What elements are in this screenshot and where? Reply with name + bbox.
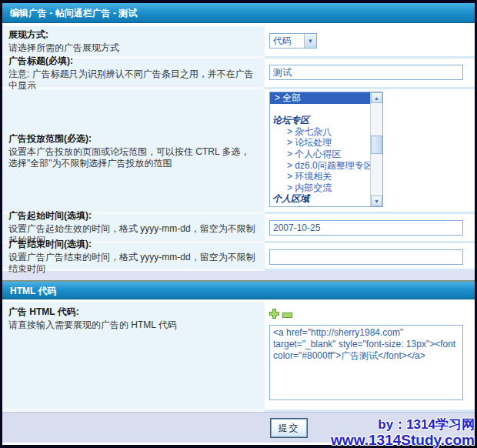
start-time-input[interactable] xyxy=(269,220,463,236)
plus-icon[interactable] xyxy=(269,309,279,321)
label-cell-end-time: 广告结束时间(选填): 设置广告广告结束的时间，格式 yyyy-mm-dd，留空… xyxy=(2,243,265,271)
scope-listbox[interactable]: > 全部 论坛专区 > 杂七杂八 > 论坛处理 > 个人心得区 > dz6 xyxy=(269,92,383,207)
field-label: 广告投放范围(必选): xyxy=(8,132,259,145)
label-cell-ad-scope: 广告投放范围(必选): 设置本广告投放的页面或论坛范围，可以按住 CTRL 多选… xyxy=(2,89,265,214)
list-item[interactable]: > 环境相关 xyxy=(270,171,370,182)
row-html-code: 广告 HTML 代码: 请直接输入需要展现的广告的 HTML 代码 xyxy=(2,302,475,412)
html-code-textarea[interactable]: <a href="http://sherry1984.com" target="… xyxy=(269,325,463,400)
field-label: 展现方式: xyxy=(8,28,259,41)
input-cell-start-time xyxy=(265,214,475,243)
scroll-down-icon[interactable]: ▼ xyxy=(371,196,382,206)
ad-title-input[interactable] xyxy=(269,65,463,80)
field-label: 广告 HTML 代码: xyxy=(8,306,259,318)
row-ad-title: 广告标题(必填): 注意: 广告标题只为识别辨认不同广告条目之用，并不在广告中显… xyxy=(2,59,475,89)
field-description: 设置广告广告结束的时间，格式 yyyy-mm-dd，留空为不限制结束时间 xyxy=(8,252,259,275)
list-item[interactable]: 论坛专区 xyxy=(270,115,370,126)
field-description: 设置本广告投放的页面或论坛范围，可以按住 CTRL 多选，选择"全部"为不限制选… xyxy=(8,146,259,169)
row-end-time: 广告结束时间(选填): 设置广告广告结束的时间，格式 yyyy-mm-dd，留空… xyxy=(2,243,475,271)
scrollbar-thumb[interactable] xyxy=(371,135,382,154)
list-item[interactable]: > 个人心得区 xyxy=(270,149,370,160)
scroll-up-icon[interactable]: ▲ xyxy=(371,92,382,103)
watermark-line2: www.1314Study.com xyxy=(331,433,475,448)
scrollbar[interactable]: ▲ ▼ xyxy=(370,92,382,206)
end-time-input[interactable] xyxy=(269,249,463,265)
row-ad-scope: 广告投放范围(必选): 设置本广告投放的页面或论坛范围，可以按住 CTRL 多选… xyxy=(2,89,475,214)
watermark: by：1314学习网 www.1314Study.com xyxy=(331,417,475,448)
frame-border-top xyxy=(0,0,477,3)
list-item[interactable] xyxy=(270,104,370,115)
watermark-line1: by：1314学习网 xyxy=(331,417,475,433)
field-label: 广告标题(必填): xyxy=(8,55,259,67)
input-cell-ad-scope: > 全部 论坛专区 > 杂七杂八 > 论坛处理 > 个人心得区 > dz6 xyxy=(265,89,475,214)
list-item[interactable]: > dz6.0问题整理专区 xyxy=(270,160,370,172)
label-cell-ad-title: 广告标题(必填): 注意: 广告标题只为识别辨认不同广告条目之用，并不在广告中显… xyxy=(2,59,265,89)
list-item[interactable]: > 杂七杂八 xyxy=(270,126,370,138)
field-description: 注意: 广告标题只为识别辨认不同广告条目之用，并不在广告中显示 xyxy=(8,69,259,92)
field-label: 广告结束时间(选填): xyxy=(8,238,259,250)
submit-button[interactable]: 提交 xyxy=(271,419,307,437)
input-cell-html-code: <a href="http://sherry1984.com" target="… xyxy=(265,302,475,412)
code-block-controls xyxy=(269,309,475,320)
display-mode-select[interactable]: 代码 ▼ xyxy=(269,33,317,48)
list-item[interactable]: > 内部交流 xyxy=(270,182,370,194)
list-item[interactable]: > 水安区 xyxy=(270,205,370,206)
chevron-down-icon[interactable]: ▼ xyxy=(304,34,316,48)
minus-icon[interactable] xyxy=(282,309,292,320)
frame-border-left xyxy=(0,0,2,448)
input-cell-display-mode: 代码 ▼ xyxy=(265,26,475,59)
page-title: 编辑广告 - 帖间通栏广告 - 测试 xyxy=(2,3,475,23)
field-description: 请选择所需的广告展现方式 xyxy=(8,42,259,54)
select-value: 代码 xyxy=(270,35,304,48)
field-description: 请直接输入需要展现的广告的 HTML 代码 xyxy=(8,319,259,331)
admin-panel: 编辑广告 - 帖间通栏广告 - 测试 展现方式: 请选择所需的广告展现方式 代码… xyxy=(0,0,477,448)
input-cell-end-time xyxy=(265,243,475,271)
list-item[interactable]: 个人区域 xyxy=(270,193,370,205)
list-item[interactable]: > 全部 xyxy=(270,92,370,104)
panel-body: 编辑广告 - 帖间通栏广告 - 测试 展现方式: 请选择所需的广告展现方式 代码… xyxy=(2,3,475,445)
field-label: 广告起始时间(选填): xyxy=(8,209,259,222)
scope-list-items: > 全部 论坛专区 > 杂七杂八 > 论坛处理 > 个人心得区 > dz6 xyxy=(270,92,370,206)
label-cell-html-code: 广告 HTML 代码: 请直接输入需要展现的广告的 HTML 代码 xyxy=(2,302,265,412)
input-cell-ad-title xyxy=(265,59,475,89)
list-item[interactable]: > 论坛处理 xyxy=(270,137,370,149)
html-section-header: HTML 代码 xyxy=(2,280,475,299)
